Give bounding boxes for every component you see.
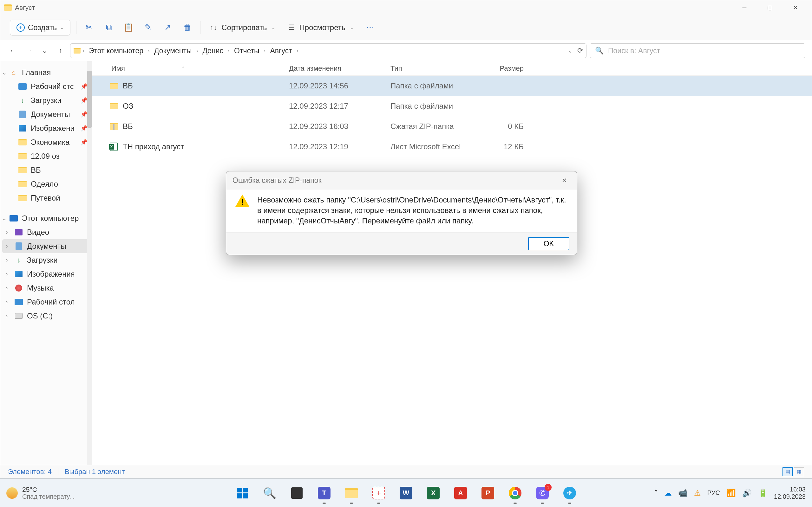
- chevron-down-icon: ⌄: [60, 25, 64, 30]
- more-icon[interactable]: ⋯: [363, 20, 377, 35]
- sidebar-item-downloads[interactable]: › ↓ Загрузки: [0, 253, 92, 267]
- breadcrumb[interactable]: Денис: [200, 47, 226, 55]
- col-type[interactable]: Тип: [391, 64, 476, 72]
- search-box[interactable]: 🔍: [590, 43, 805, 58]
- sidebar-item-folder[interactable]: Одеяло: [0, 177, 92, 191]
- file-date: 12.09.2023 12:17: [289, 102, 391, 111]
- security-icon[interactable]: ⚠: [694, 489, 701, 498]
- clock[interactable]: 16:03 12.09.2023: [774, 486, 806, 500]
- icons-view-button[interactable]: ▦: [794, 467, 804, 476]
- share-icon[interactable]: ↗: [161, 20, 175, 35]
- chevron-right-icon: ›: [228, 48, 230, 54]
- viber-app[interactable]: ✆1: [531, 482, 554, 504]
- col-name[interactable]: Имя ˄: [111, 64, 289, 72]
- dialog-close-button[interactable]: ✕: [558, 174, 571, 187]
- copy-icon[interactable]: ⧉: [102, 20, 116, 35]
- sidebar-item-videos[interactable]: › Видео: [0, 225, 92, 239]
- ok-button[interactable]: OK: [528, 237, 569, 250]
- acrobat-app[interactable]: A: [450, 482, 472, 504]
- chevron-right-icon: ›: [196, 48, 198, 54]
- sidebar-item-folder[interactable]: Путевой: [0, 191, 92, 205]
- pc-icon: [9, 215, 18, 222]
- powerpoint-app[interactable]: P: [477, 482, 499, 504]
- maximize-button[interactable]: ▢: [757, 0, 782, 15]
- rename-icon[interactable]: ✎: [141, 20, 155, 35]
- battery-icon[interactable]: 🔋: [758, 489, 768, 498]
- sidebar-item-desktop[interactable]: › Рабочий стол: [0, 295, 92, 309]
- file-name: ВБ: [123, 81, 289, 90]
- scrollbar[interactable]: [87, 61, 92, 465]
- file-row[interactable]: ТН приход август 12.09.2023 12:19 Лист M…: [92, 136, 812, 157]
- tray-overflow-icon[interactable]: ˄: [654, 489, 658, 498]
- file-name: ТН приход август: [123, 142, 289, 151]
- address-bar[interactable]: › Этот компьютер › Документы › Денис › О…: [70, 43, 587, 58]
- sidebar-item-desktop[interactable]: Рабочий стс 📌: [0, 79, 92, 94]
- sidebar-item-documents[interactable]: › Документы: [2, 239, 90, 253]
- up-button[interactable]: ↑: [54, 44, 67, 57]
- sidebar-item-downloads[interactable]: ↓ Загрузки 📌: [0, 94, 92, 107]
- excel-app[interactable]: X: [422, 482, 444, 504]
- minimize-button[interactable]: ─: [732, 0, 757, 15]
- file-row[interactable]: ОЗ 12.09.2023 12:17 Папка с файлами: [92, 96, 812, 116]
- sidebar-item-music[interactable]: › Музыка: [0, 281, 92, 295]
- sort-button[interactable]: ↑↓ Сортировать ⌄: [206, 20, 279, 35]
- file-list: Имя ˄ Дата изменения Тип Размер ВБ 12.09…: [92, 61, 812, 465]
- view-button[interactable]: ☰ Просмотреть ⌄: [285, 20, 358, 35]
- paste-icon[interactable]: 📋: [121, 20, 136, 35]
- breadcrumb[interactable]: Август: [267, 47, 294, 55]
- back-button[interactable]: ←: [7, 44, 19, 57]
- snipping-app[interactable]: [368, 482, 390, 504]
- sidebar-item-pictures[interactable]: Изображени 📌: [0, 121, 92, 135]
- recent-button[interactable]: ⌄: [38, 44, 51, 57]
- chevron-right-icon: ›: [148, 48, 150, 54]
- wifi-icon[interactable]: 📶: [726, 489, 736, 498]
- new-button[interactable]: + Создать ⌄: [10, 20, 70, 36]
- onedrive-icon[interactable]: ☁: [664, 489, 672, 498]
- breadcrumb[interactable]: Документы: [152, 47, 194, 55]
- weather-widget[interactable]: 25°C Спад температу...: [0, 486, 74, 500]
- forward-button[interactable]: →: [22, 44, 35, 57]
- breadcrumb[interactable]: Этот компьютер: [86, 47, 146, 55]
- pin-icon: 📌: [81, 125, 88, 132]
- telegram-app[interactable]: ✈: [559, 482, 581, 504]
- refresh-icon[interactable]: ⟳: [577, 47, 583, 55]
- sidebar-item-folder[interactable]: 12.09 оз: [0, 149, 92, 163]
- folder-icon: [345, 488, 358, 498]
- word-app[interactable]: W: [395, 482, 417, 504]
- download-icon: ↓: [18, 97, 27, 104]
- language-indicator[interactable]: РУС: [707, 489, 720, 497]
- status-count: Элементов: 4: [8, 468, 52, 476]
- status-bar: Элементов: 4 Выбран 1 элемент ▤ ▦: [0, 465, 812, 478]
- column-headers: Имя ˄ Дата изменения Тип Размер: [92, 61, 812, 76]
- cut-icon[interactable]: ✂: [82, 20, 96, 35]
- details-view-button[interactable]: ▤: [782, 467, 793, 476]
- sidebar-item-home[interactable]: ⌄ ⌂ Главная: [0, 66, 92, 79]
- delete-icon[interactable]: 🗑: [181, 20, 194, 35]
- explorer-app[interactable]: [340, 482, 362, 504]
- file-row[interactable]: ВБ 12.09.2023 16:03 Сжатая ZIP-папка 0 К…: [92, 116, 812, 136]
- sidebar-item-this-pc[interactable]: ⌄ Этот компьютер: [0, 211, 92, 225]
- sidebar-item-disk[interactable]: › OS (C:): [0, 309, 92, 323]
- sidebar-item-label: Загрузки: [27, 256, 58, 265]
- chevron-down-icon[interactable]: ⌄: [568, 48, 572, 54]
- pin-icon: 📌: [81, 97, 88, 104]
- volume-icon[interactable]: 🔊: [742, 489, 752, 498]
- search-input[interactable]: [608, 47, 800, 55]
- task-view-button[interactable]: [286, 482, 308, 504]
- search-button[interactable]: 🔍: [258, 482, 281, 504]
- close-button[interactable]: ✕: [782, 0, 808, 15]
- sidebar-item-documents[interactable]: Документы 📌: [0, 107, 92, 121]
- file-row[interactable]: ВБ 12.09.2023 14:56 Папка с файлами: [92, 76, 812, 96]
- teams-app[interactable]: T: [313, 482, 335, 504]
- chrome-app[interactable]: [504, 482, 526, 504]
- col-date[interactable]: Дата изменения: [289, 64, 391, 72]
- sidebar-item-folder[interactable]: Экономика 📌: [0, 135, 92, 149]
- chevron-right-icon: ›: [6, 243, 8, 249]
- start-button[interactable]: [231, 482, 253, 504]
- sidebar-item-pictures[interactable]: › Изображения: [0, 267, 92, 281]
- sidebar-item-folder[interactable]: ВБ: [0, 163, 92, 177]
- breadcrumb[interactable]: Отчеты: [232, 47, 262, 55]
- camera-icon[interactable]: 📹: [678, 489, 688, 498]
- col-size[interactable]: Размер: [476, 64, 524, 72]
- chevron-right-icon: ›: [6, 285, 8, 291]
